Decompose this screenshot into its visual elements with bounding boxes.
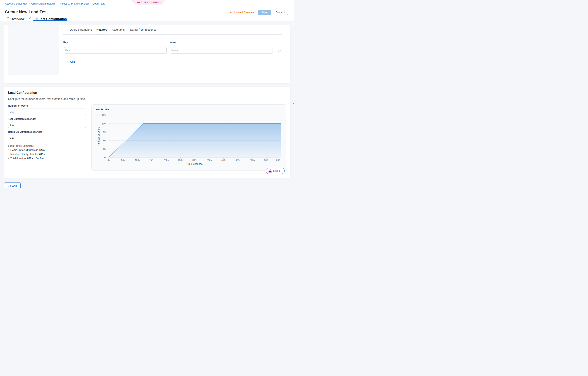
- svg-text:50: 50: [103, 139, 105, 142]
- svg-text:300s: 300s: [192, 159, 197, 161]
- svg-text:125: 125: [102, 114, 105, 116]
- svg-text:75: 75: [103, 131, 105, 133]
- svg-text:Load Profile: Load Profile: [94, 108, 109, 111]
- svg-text:250s: 250s: [178, 159, 183, 161]
- svg-text:350s: 350s: [207, 159, 212, 161]
- svg-text:400s: 400s: [221, 159, 226, 161]
- svg-text:25: 25: [103, 148, 105, 150]
- svg-text:50s: 50s: [121, 159, 125, 161]
- svg-text:150s: 150s: [149, 159, 154, 161]
- svg-text:600s: 600s: [276, 159, 281, 161]
- svg-text:100: 100: [102, 123, 105, 125]
- svg-text:450s: 450s: [235, 159, 240, 161]
- svg-text:0s: 0s: [107, 159, 110, 161]
- svg-text:0: 0: [105, 156, 105, 159]
- svg-text:100s: 100s: [135, 159, 140, 161]
- svg-text:550s: 550s: [264, 159, 269, 161]
- svg-text:Time (seconds): Time (seconds): [186, 163, 203, 165]
- svg-text:200s: 200s: [164, 159, 168, 161]
- svg-text:Number of Users: Number of Users: [97, 127, 100, 146]
- svg-text:500s: 500s: [250, 159, 255, 161]
